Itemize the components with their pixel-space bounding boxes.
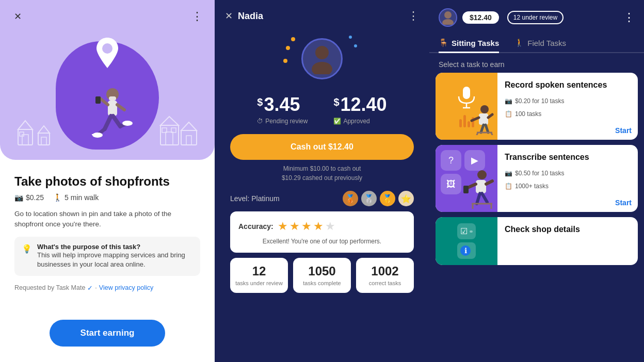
decoration-dot [286,46,290,50]
select-task-label: Select a task to earn [429,53,644,73]
medals-row: 🥉 🥈 🥇 ⭐ [343,191,414,206]
svg-marker-22 [160,117,179,125]
task-transcribe-count: 📋 1000+ tasks [505,183,632,190]
purpose-label: What's the purpose of this task? [37,243,193,251]
privacy-policy-link[interactable]: View privacy policy [99,284,153,291]
accuracy-description: Excellent! You're one of our top perform… [263,238,381,245]
task-meta: 📷 $0.25 🚶 5 min walk [14,193,200,202]
task-shop-title: Check shop details [505,224,632,234]
task-walk-time: 🚶 5 min walk [53,193,99,202]
svg-rect-26 [181,130,197,145]
svg-point-18 [92,133,103,138]
accuracy-box: Accuracy: ★ ★ ★ ★ ★ Excellent! You're on… [230,211,414,253]
svg-rect-10 [108,101,117,116]
house-right-icon [158,114,199,150]
task-hero-banner: ✕ ⋮ [0,0,215,160]
task-record-price: 📷 $0.20 for 10 tasks [505,97,632,105]
stars-rating: ★ ★ ★ ★ ★ [278,220,335,233]
approved-amount: $ 12.40 [333,94,387,116]
svg-line-12 [117,105,124,110]
camera-icon: 📷 [14,193,23,202]
task-record-body: Record spoken sentences 📷 $0.20 for 10 t… [497,73,638,140]
running-person-illustration [89,85,131,147]
task-shop-illustration: ☑ ℹ [436,217,497,265]
svg-point-31 [444,11,452,19]
task-content: Take photos of shopfronts 📷 $0.25 🚶 5 mi… [0,160,215,309]
stats-row: 12 tasks under review 1050 tasks complet… [230,258,414,293]
svg-point-29 [315,46,329,59]
approved-label: ✅ Approved [333,118,387,125]
svg-rect-28 [186,136,191,145]
task-price: 📷 $0.25 [14,193,44,202]
task-card-shop[interactable]: ☑ ℹ Check shop details [436,217,638,265]
panel3-header-left: $12.40 12 under review [439,8,564,27]
image-icon: 🖼 [441,174,461,194]
pending-amount: $ 3.45 [257,94,308,116]
svg-point-36 [480,105,489,113]
svg-point-32 [442,19,454,25]
level-row: Level: Platinum 🥉 🥈 🥇 ⭐ [230,191,414,206]
more-options-icon[interactable]: ⋮ [623,11,635,24]
svg-line-16 [113,116,120,126]
decoration-dot [349,36,352,39]
tab-sitting-tasks[interactable]: 🪑 Sitting Tasks [439,34,499,53]
svg-rect-3 [20,132,24,136]
svg-rect-6 [41,137,46,145]
stat-under-review: 12 tasks under review [230,258,288,293]
svg-line-11 [100,98,108,105]
play-icon: ▶ [464,150,485,171]
close-icon[interactable]: ✕ [225,10,233,22]
panel2-header-left: ✕ Nadia [225,10,263,22]
svg-rect-33 [463,87,470,99]
svg-rect-48 [463,186,469,193]
verified-icon: ✓ [87,284,93,292]
task-shop-body: Check shop details [497,217,638,265]
task-transcribe-start[interactable]: Start [505,199,632,207]
task-record-count: 📋 100 tasks [505,110,632,118]
user-name: Nadia [238,11,263,22]
start-button-container: Start earning [0,309,215,362]
task-card-transcribe[interactable]: ? ▶ 🖼 [436,145,638,212]
house-left-icon [15,117,52,150]
task-description: Go to location shown in pin and take a p… [14,209,200,230]
stat-complete: 1050 tasks complete [293,258,351,293]
start-earning-button[interactable]: Start earning [50,320,166,347]
more-options-icon[interactable]: ⋮ [408,9,419,23]
svg-line-39 [488,114,492,118]
svg-line-41 [486,125,488,133]
task-transcribe-price: 📷 $0.50 for 10 tasks [505,170,632,177]
svg-marker-1 [18,121,33,129]
svg-line-38 [472,118,479,121]
avatar [301,38,343,79]
platinum-medal: ⭐ [398,191,414,206]
svg-line-51 [482,193,487,202]
svg-rect-46 [476,180,486,193]
panel3-header: $12.40 12 under review ⋮ [429,0,644,27]
level-label: Level: Platinum [230,194,280,203]
earnings-row: $ 3.45 ⏱ Pending review $ 12.40 ✅ Approv… [215,94,429,125]
task-transcribe-illustration: ? ▶ 🖼 [436,145,497,212]
user-avatar [439,8,457,27]
svg-line-49 [486,181,492,184]
task-card-record[interactable]: Record spoken sentences 📷 $0.20 for 10 t… [436,73,638,140]
tab-field-tasks[interactable]: 🚶 Field Tasks [514,34,566,53]
panel-tasks-list: $12.40 12 under review ⋮ 🪑 Sitting Tasks… [429,0,644,362]
task-record-start[interactable]: Start [505,126,632,135]
svg-rect-4 [38,133,50,145]
svg-rect-37 [479,113,488,125]
svg-rect-23 [166,132,173,145]
decoration-dot [291,37,295,41]
tasks-list: Record spoken sentences 📷 $0.20 for 10 t… [429,73,644,362]
location-pin-icon [94,36,120,76]
svg-point-19 [122,121,133,126]
svg-line-14 [105,116,111,129]
svg-point-30 [312,62,332,74]
approved-earning: $ 12.40 ✅ Approved [333,94,387,125]
cashout-note: Minimum $10.00 to cash out $10.29 cashed… [215,164,429,183]
gold-medal: 🥇 [380,191,395,206]
decoration-dot [354,44,357,47]
panel2-header: ✕ Nadia ⋮ [215,0,429,23]
task-tabs: 🪑 Sitting Tasks 🚶 Field Tasks [429,27,644,53]
cashout-button[interactable]: Cash out $12.40 [230,134,414,160]
bronze-medal: 🥉 [343,191,358,206]
